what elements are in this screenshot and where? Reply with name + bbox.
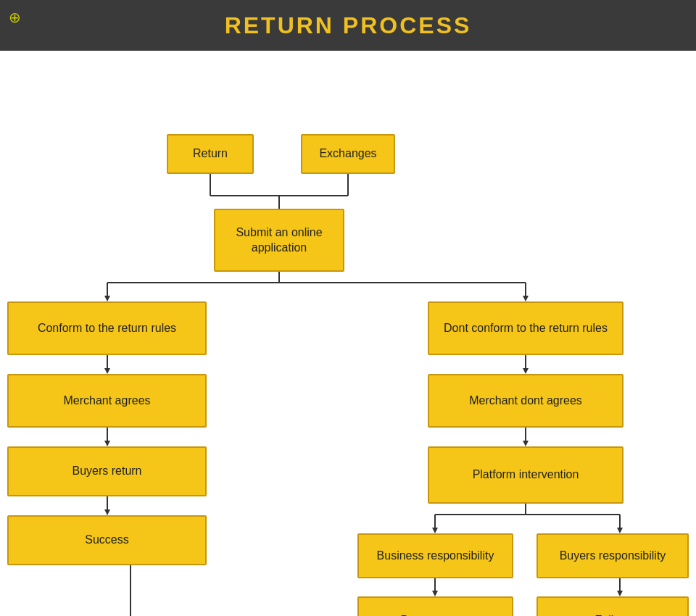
diagram-area: Return Exchanges Submit an online applic… bbox=[0, 51, 696, 616]
failure-box: Failure bbox=[536, 596, 689, 616]
merchant-dont-box: Merchant dont agrees bbox=[428, 374, 624, 428]
crosshair-icon: ⊕ bbox=[9, 9, 25, 25]
buyers-return-right-box: Buyers return bbox=[357, 596, 513, 616]
svg-marker-14 bbox=[104, 441, 110, 446]
buyers-return-left-box: Buyers return bbox=[7, 446, 207, 496]
svg-marker-16 bbox=[104, 509, 110, 515]
svg-marker-20 bbox=[523, 441, 529, 446]
return-box: Return bbox=[167, 134, 254, 174]
svg-marker-10 bbox=[523, 296, 529, 301]
dont-conform-box: Dont conform to the return rules bbox=[428, 301, 624, 355]
svg-marker-8 bbox=[104, 296, 110, 301]
buyers-resp-box: Buyers responsibility bbox=[536, 533, 689, 578]
exchanges-box: Exchanges bbox=[301, 134, 395, 174]
page-title: RETURN PROCESS bbox=[225, 12, 472, 39]
svg-marker-26 bbox=[617, 528, 623, 533]
platform-box: Platform intervention bbox=[428, 446, 624, 504]
svg-marker-24 bbox=[432, 528, 438, 533]
conform-box: Conform to the return rules bbox=[7, 301, 207, 355]
business-resp-box: Business responsibility bbox=[357, 533, 513, 578]
page-header: ⊕ RETURN PROCESS bbox=[0, 0, 696, 51]
svg-marker-18 bbox=[523, 368, 529, 374]
submit-box: Submit an online application bbox=[214, 209, 344, 272]
merchant-agrees-box: Merchant agrees bbox=[7, 374, 207, 428]
svg-marker-12 bbox=[104, 368, 110, 374]
success-box: Success bbox=[7, 515, 207, 565]
svg-marker-30 bbox=[617, 591, 623, 596]
svg-marker-28 bbox=[432, 591, 438, 596]
